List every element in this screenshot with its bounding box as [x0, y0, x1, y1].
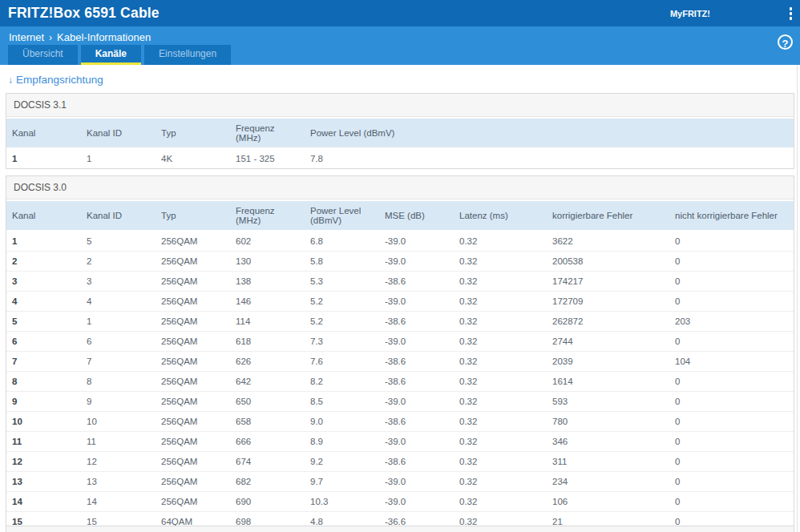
table-cell: 8 [81, 372, 156, 392]
table-cell: 174217 [547, 272, 669, 292]
table-cell: 256QAM [156, 272, 230, 292]
content-right-border [797, 65, 798, 532]
table-cell: 256QAM [156, 492, 230, 512]
table-cell: 0.32 [454, 412, 547, 432]
column-header: Kanal [6, 201, 81, 231]
table-cell: 256QAM [156, 412, 230, 432]
tab-einstellungen[interactable]: Einstellungen [144, 45, 231, 65]
table-cell: -39.0 [379, 252, 454, 272]
table-cell: -38.6 [379, 452, 454, 472]
table-cell: 9.7 [305, 472, 379, 492]
table-cell: 0.32 [454, 352, 547, 372]
column-header: Power Level (dBmV) [305, 119, 794, 148]
channel-table: KanalKanal IDTypFrequenz (MHz)Power Leve… [6, 119, 794, 168]
table-cell: 8 [6, 372, 81, 392]
table-row: 1313256QAM6829.7-39.00.322340 [6, 472, 794, 492]
kebab-dot [790, 12, 793, 15]
table-cell: 106 [547, 492, 669, 512]
table-cell: 311 [547, 452, 669, 472]
breadcrumb-internet[interactable]: Internet [9, 31, 44, 43]
channel-table: KanalKanal IDTypFrequenz (MHz)Power Leve… [6, 201, 794, 532]
table-cell: 0.32 [454, 392, 547, 412]
table-row: 99256QAM6508.5-39.00.325930 [6, 392, 794, 412]
table-cell: 0.32 [454, 292, 547, 312]
table-cell: 1 [6, 148, 81, 168]
breadcrumb-page: Kabel-Informationen [57, 31, 151, 43]
kebab-dot [790, 7, 793, 10]
section-title: DOCSIS 3.0 [6, 176, 794, 200]
table-cell: 14 [6, 492, 81, 512]
table-header-row: KanalKanal IDTypFrequenz (MHz)Power Leve… [6, 119, 794, 148]
table-cell: 11 [6, 432, 81, 452]
menu-kebab-icon[interactable] [788, 7, 794, 20]
table-cell: 682 [230, 472, 305, 492]
table-row: 1010256QAM6589.0-38.60.327800 [6, 412, 794, 432]
tab-bar: Übersicht Kanäle Einstellungen [0, 45, 800, 65]
table-cell: 234 [547, 472, 669, 492]
column-header: nicht korrigierbare Fehler [669, 201, 794, 231]
table-cell: 0 [669, 452, 794, 472]
table-cell: 138 [230, 272, 305, 292]
table-cell: 12 [81, 452, 156, 472]
tab-uebersicht[interactable]: Übersicht [8, 45, 78, 65]
myfritz-link[interactable]: MyFRITZ! [670, 9, 710, 18]
table-cell: 0.32 [454, 332, 547, 352]
table-cell: 151 - 325 [230, 148, 305, 168]
table-cell: 5.8 [305, 252, 379, 272]
table-cell: 3 [81, 272, 156, 292]
table-cell: 9.2 [305, 452, 379, 472]
table-cell: 780 [547, 412, 669, 432]
table-header-row: KanalKanal IDTypFrequenz (MHz)Power Leve… [6, 201, 794, 231]
column-header: Frequenz (MHz) [230, 201, 305, 231]
table-cell: 12 [6, 452, 81, 472]
table-cell: 7 [81, 352, 156, 372]
table-cell: 11 [81, 432, 156, 452]
table-cell: 5 [81, 231, 156, 252]
table-cell: 114 [230, 312, 305, 332]
table-cell: -39.0 [379, 292, 454, 312]
table-cell: 666 [230, 432, 305, 452]
table-cell: 256QAM [156, 392, 230, 412]
table-cell: 7.3 [305, 332, 379, 352]
table-cell: 618 [230, 332, 305, 352]
table-cell: 0.32 [454, 432, 547, 452]
table-cell: 146 [230, 292, 305, 312]
table-row: 77256QAM6267.6-38.60.322039104 [6, 352, 794, 372]
table-cell: -38.6 [379, 352, 454, 372]
column-header: Typ [156, 119, 230, 148]
table-cell: -38.6 [379, 372, 454, 392]
table-cell: 0 [669, 292, 794, 312]
table-cell: 3 [6, 272, 81, 292]
table-cell: -38.6 [379, 412, 454, 432]
table-cell: 658 [230, 412, 305, 432]
help-icon[interactable]: ? [778, 34, 793, 50]
table-cell: 0 [669, 412, 794, 432]
column-header: Kanal ID [81, 201, 156, 231]
arrow-down-icon: ↓ [8, 75, 13, 86]
column-header: Kanal ID [81, 119, 156, 148]
table-cell: 1614 [547, 372, 669, 392]
table-row: 22256QAM1305.8-39.00.322005380 [6, 252, 794, 272]
table-cell: 6 [6, 332, 81, 352]
table-cell: -39.0 [379, 332, 454, 352]
table-row: 1111256QAM6668.9-39.00.323460 [6, 432, 794, 452]
table-cell: 4K [156, 148, 230, 168]
tab-kanaele[interactable]: Kanäle [81, 45, 141, 65]
table-row: 66256QAM6187.3-39.00.3227440 [6, 332, 794, 352]
column-header: Kanal [6, 119, 81, 148]
table-cell: 7 [6, 352, 81, 372]
table-cell: 9 [81, 392, 156, 412]
table-cell: 602 [230, 231, 305, 252]
table-row: 1212256QAM6749.2-38.60.323110 [6, 452, 794, 472]
table-cell: 256QAM [156, 432, 230, 452]
table-cell: 0 [669, 252, 794, 272]
table-cell: 172709 [547, 292, 669, 312]
table-row: 15256QAM6026.8-39.00.3236220 [6, 231, 794, 252]
table-cell: 256QAM [156, 452, 230, 472]
table-cell: 4 [81, 292, 156, 312]
empfangsrichtung-toggle[interactable]: ↓Empfangsrichtung [8, 74, 103, 86]
table-cell: 1 [81, 312, 156, 332]
app-title: FRITZ!Box 6591 Cable [8, 5, 160, 22]
table-cell: 1 [6, 231, 81, 252]
column-header: MSE (dB) [379, 201, 454, 231]
